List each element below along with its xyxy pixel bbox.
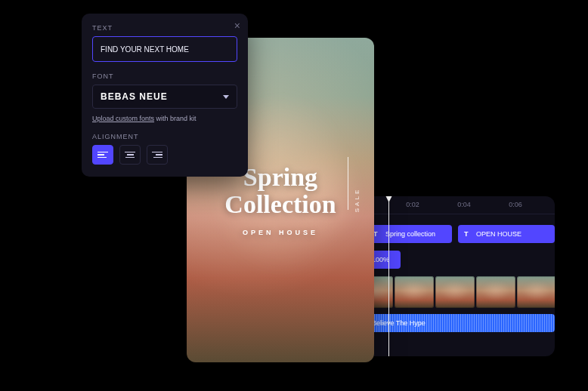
audio-waveform bbox=[354, 314, 555, 332]
video-thumb[interactable] bbox=[435, 276, 475, 308]
preview-subtitle: OPEN HOUSE bbox=[224, 229, 336, 236]
text-clip[interactable]: Spring collection bbox=[367, 225, 452, 243]
clip-label: Spring collection bbox=[385, 230, 435, 238]
ruler-tick: 0:06 bbox=[509, 201, 522, 208]
text-clip[interactable]: OPEN HOUSE bbox=[458, 225, 555, 243]
upload-fonts-line: Upload custom fonts with brand kit bbox=[92, 115, 237, 122]
clip-label: 100% bbox=[372, 256, 389, 263]
text-input[interactable] bbox=[92, 36, 237, 62]
align-center-button[interactable] bbox=[119, 145, 141, 165]
label-text: TEXT bbox=[92, 24, 237, 32]
audio-clip[interactable]: Believe The Hype bbox=[354, 314, 555, 332]
text-icon bbox=[464, 230, 472, 238]
preview-title-line2: Collection bbox=[224, 191, 336, 218]
upload-fonts-link[interactable]: Upload custom fonts bbox=[92, 115, 154, 122]
decorative-line bbox=[348, 157, 348, 210]
playhead[interactable] bbox=[388, 196, 389, 356]
font-select[interactable]: BEBAS NEUE bbox=[92, 85, 237, 109]
video-thumb[interactable] bbox=[476, 276, 515, 308]
close-icon[interactable]: × bbox=[234, 20, 240, 32]
preview-side-text: SALE bbox=[354, 188, 361, 212]
chevron-down-icon bbox=[223, 95, 229, 99]
font-select-value: BEBAS NEUE bbox=[101, 91, 168, 102]
upload-fonts-rest: with brand kit bbox=[154, 115, 197, 122]
text-icon bbox=[373, 230, 381, 238]
alignment-group bbox=[92, 145, 237, 165]
align-right-button[interactable] bbox=[147, 145, 168, 165]
label-font: FONT bbox=[92, 72, 237, 80]
text-style-panel: × TEXT FONT BEBAS NEUE Upload custom fon… bbox=[82, 14, 248, 177]
label-alignment: ALIGNMENT bbox=[92, 133, 237, 140]
video-thumb[interactable] bbox=[395, 276, 434, 308]
ruler-tick: 0:04 bbox=[457, 201, 471, 208]
align-left-button[interactable] bbox=[92, 145, 113, 165]
clip-label: OPEN HOUSE bbox=[476, 230, 521, 238]
video-thumb[interactable] bbox=[517, 276, 555, 308]
ruler-tick: 0:02 bbox=[406, 201, 419, 208]
